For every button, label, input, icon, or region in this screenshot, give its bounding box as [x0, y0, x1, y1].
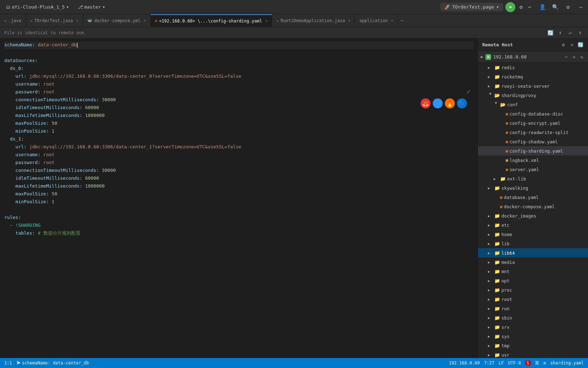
- tree-item-skywalking[interactable]: ▶ 📁 skywalking: [478, 183, 588, 193]
- tree-item-proc[interactable]: ▶ 📁 proc: [478, 285, 588, 295]
- server-close-button[interactable]: ✕: [571, 54, 577, 60]
- panel-settings-button[interactable]: ⚙: [560, 42, 567, 48]
- folder-icon-tmp: 📁: [494, 343, 500, 348]
- folder-icon-etc: 📁: [494, 223, 500, 228]
- status-bar: 1:1 ⮞ schemaName: data-center_db 192.168…: [0, 358, 588, 368]
- tree-item-docker-images[interactable]: ▶ 📁 docker_images: [478, 211, 588, 220]
- tree-item-config-encrypt[interactable]: ▣ config-encrypt.yaml: [478, 118, 588, 128]
- tab-more-button[interactable]: ⋯: [398, 18, 406, 23]
- tree-item-config-database[interactable]: ▣ config-database-disc: [478, 109, 588, 118]
- minimize-button[interactable]: —: [577, 3, 585, 11]
- tab-ruoyi-close[interactable]: ✕: [348, 18, 351, 23]
- tree-item-etc[interactable]: ▶ 📁 etc: [478, 220, 588, 230]
- tab-application[interactable]: application ✕: [355, 14, 398, 27]
- tree-label-redis: redis: [501, 65, 515, 70]
- status-position[interactable]: 1:1: [4, 361, 12, 366]
- tab-torder-close[interactable]: ✕: [76, 18, 79, 23]
- tree-item-media[interactable]: ▶ 📁 media: [478, 257, 588, 267]
- tree-label-ruoyi-seata: ruoyi-seata-server: [501, 83, 550, 89]
- tree-item-redis[interactable]: ▶ 📁 redis: [478, 63, 588, 72]
- settings-button[interactable]: ⚙: [517, 3, 525, 11]
- tree-arrow-opt: ▶: [488, 279, 493, 283]
- tree-item-srv[interactable]: ▶ 📁 srv: [478, 322, 588, 332]
- file-icon-logback: ▦: [506, 158, 508, 163]
- tree-item-lib64[interactable]: ▶ 📁 lib64: [478, 248, 588, 257]
- tree-item-server-yaml[interactable]: ▣ server.yaml: [478, 165, 588, 174]
- tree-arrow-run: ▶: [488, 307, 493, 311]
- tab-docker[interactable]: 🐳 docker-compose.yml ✕: [83, 14, 151, 27]
- undo-button[interactable]: ↩: [567, 29, 574, 36]
- tab-application-close[interactable]: ✕: [391, 18, 394, 23]
- branch-name[interactable]: ⎇ master ▾: [75, 3, 108, 11]
- tree-item-docker-compose-yaml[interactable]: ▣ docker-compose.yaml: [478, 202, 588, 211]
- download-button[interactable]: ⬇: [577, 29, 584, 36]
- upload-button[interactable]: ⬆: [557, 29, 564, 36]
- tab-torder[interactable]: ☕ TOrderTest.java ✕: [26, 14, 83, 27]
- tree-item-usr[interactable]: ▶ 📁 usr: [478, 350, 588, 358]
- tree-item-ruoyi-seata[interactable]: ▶ 📁 ruoyi-seata-server: [478, 81, 588, 91]
- tab-config-sharding[interactable]: ⚙ <192.168.0.60> \...\config-sharding.ya…: [151, 14, 272, 27]
- remote-host-panel: Remote Host ⚙ ✕ 🔄 ▶ 🖥 192.168.0.60 ⋯ ✕ ↻…: [478, 39, 588, 358]
- tree-item-tmp[interactable]: ▶ 📁 tmp: [478, 341, 588, 350]
- tree-item-logback[interactable]: ▦ logback.xml: [478, 155, 588, 165]
- browser-icon-3[interactable]: 🔥: [445, 98, 455, 108]
- folder-icon-home: 📁: [494, 232, 500, 237]
- branch-label: master: [84, 4, 101, 10]
- tree-item-sbin[interactable]: ▶ 📁 sbin: [478, 313, 588, 322]
- user-icon[interactable]: 👤: [538, 3, 547, 11]
- tree-item-config-shadow[interactable]: ▣ config-shadow.yaml: [478, 137, 588, 146]
- browser-icon-4[interactable]: 🔵: [457, 98, 467, 108]
- status-line-col: 7:27: [484, 361, 494, 366]
- tree-arrow-docker-images: ▶: [488, 214, 493, 218]
- title-bar-left: 🗂 aYi-Cloud-PlusA_1_5 ▾ ⎇ master ▾: [3, 3, 440, 11]
- tree-label-mnt: mnt: [501, 269, 510, 274]
- more-button[interactable]: ⋯: [525, 3, 534, 11]
- gear-icon[interactable]: ⚙: [564, 3, 572, 11]
- panel-refresh-button[interactable]: 🔄: [577, 42, 584, 48]
- browser-icon-2[interactable]: 🌐: [433, 98, 443, 108]
- tree-item-ext-lib[interactable]: ▶ 📁 ext-lib: [478, 174, 588, 183]
- tree-item-database-yaml[interactable]: ▣ database.yaml: [478, 193, 588, 202]
- editor-line-15: username: root: [4, 151, 473, 159]
- editor-content: schemaName: data-center_db dataSources: …: [0, 41, 478, 237]
- breadcrumb-text: schemaName: data-center_db: [22, 361, 89, 366]
- panel-close-button[interactable]: ✕: [569, 42, 575, 48]
- tree-item-home[interactable]: ▶ 📁 home: [478, 230, 588, 239]
- tab-ruoyi-label: RuoYiDemoApplication.java: [281, 18, 345, 23]
- tree-item-config-readwrite[interactable]: ▣ config-readwrite-split: [478, 128, 588, 137]
- run-button[interactable]: [505, 2, 515, 12]
- tree-item-mnt[interactable]: ▶ 📁 mnt: [478, 267, 588, 276]
- tree-item-root[interactable]: ▶ 📁 root: [478, 295, 588, 304]
- tab-java[interactable]: ☕ .java: [0, 14, 26, 27]
- tree-item-rocketmq[interactable]: ▶ 📁 rocketmq: [478, 72, 588, 81]
- tree-item-shardingproxy[interactable]: ▶ 📂 shardingproxy: [478, 91, 588, 100]
- tree-item-opt[interactable]: ▶ 📁 opt: [478, 276, 588, 285]
- tree-arrow-home: ▶: [488, 232, 493, 236]
- tree-label-docker-compose-yaml: docker-compose.yaml: [504, 204, 555, 209]
- tree-item-lib[interactable]: ▶ 📁 lib: [478, 239, 588, 248]
- tab-config-close[interactable]: ✕: [265, 19, 268, 23]
- run-config[interactable]: 🚀 TOrderTest.page ▾: [440, 3, 503, 11]
- tab-ruoyi[interactable]: ☕ RuoYiDemoApplication.java ✕: [272, 14, 355, 27]
- tree-item-config-sharding[interactable]: ▣ config-sharding.yaml: [478, 146, 588, 155]
- tree-label-config-database: config-database-disc: [510, 111, 563, 117]
- server-sync-button[interactable]: ↻: [579, 54, 585, 60]
- editor-line-2: [4, 49, 473, 57]
- tree-label-config-readwrite: config-readwrite-split: [510, 130, 569, 135]
- tree-label-tmp: tmp: [501, 343, 510, 348]
- tree-item-run[interactable]: ▶ 📁 run: [478, 304, 588, 313]
- tab-docker-close[interactable]: ✕: [144, 18, 146, 23]
- tree-item-sys[interactable]: ▶ 📁 sys: [478, 332, 588, 341]
- tree-label-skywalking: skywalking: [501, 185, 528, 191]
- search-icon[interactable]: 🔍: [551, 3, 560, 11]
- browser-icon-1[interactable]: 🦊: [421, 98, 431, 108]
- refresh-button[interactable]: 🔄: [547, 29, 554, 36]
- project-name[interactable]: 🗂 aYi-Cloud-PlusA_1_5 ▾: [3, 3, 72, 11]
- server-row[interactable]: ▶ 🖥 192.168.0.60 ⋯ ✕ ↻: [478, 51, 588, 63]
- editor-area[interactable]: schemaName: data-center_db dataSources: …: [0, 39, 478, 358]
- main-layout: schemaName: data-center_db dataSources: …: [0, 39, 588, 358]
- tree-arrow-conf: ▶: [494, 102, 498, 107]
- server-more-button[interactable]: ⋯: [563, 54, 569, 60]
- tree-arrow-mnt: ▶: [488, 270, 493, 274]
- tree-item-conf[interactable]: ▶ 📂 conf: [478, 100, 588, 109]
